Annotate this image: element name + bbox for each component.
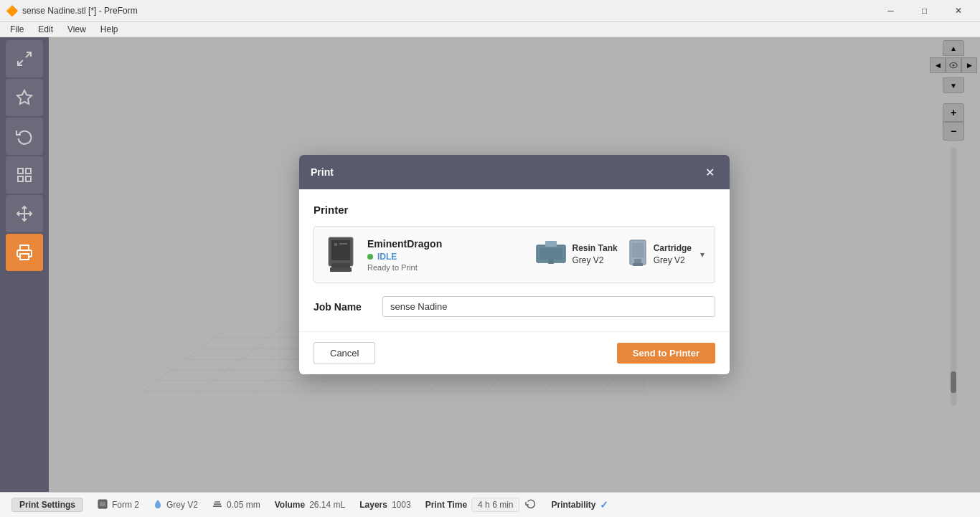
svg-rect-36 [334,243,337,246]
form-icon [98,498,108,512]
maximize-button[interactable]: □ [908,0,941,22]
material-icon [154,499,162,511]
svg-marker-2 [17,90,32,104]
material-value: Grey V2 [166,500,198,510]
svg-rect-4 [26,169,31,174]
left-toolbar [0,37,49,492]
svg-rect-43 [632,243,644,257]
layers-value: 1003 [392,500,411,510]
svg-rect-50 [215,501,220,503]
volume-section: Volume 26.14 mL [275,500,346,510]
cartridge-dropdown-arrow[interactable]: ▾ [700,250,705,260]
printability-label: Printability [551,500,595,510]
title-bar-left: 🔶 sense Nadine.stl [*] - PreForm [6,5,138,16]
form-section: Form 2 [98,498,139,512]
printability-section: Printability ✓ [551,499,608,511]
job-name-label: Job Name [314,301,371,313]
printer-status-row: IDLE [367,252,525,262]
refresh-print-time-button[interactable] [524,498,537,511]
layer-section: 0.05 mm [212,500,260,510]
volume-label: Volume [275,500,305,510]
resin-tank-label: Resin Tank [573,242,618,255]
layers-label: Layers [359,500,387,510]
resin-tank-sub: Grey V2 [573,255,604,265]
menu-view[interactable]: View [60,23,93,36]
svg-rect-9 [20,254,29,260]
toolbar-move-button[interactable] [6,195,43,232]
svg-rect-44 [634,259,641,263]
print-time-value: 4 h 6 min [471,498,519,512]
menu-bar: File Edit View Help [0,22,980,37]
print-time-section: Print Time 4 h 6 min [425,498,537,512]
svg-rect-48 [213,506,222,507]
svg-rect-35 [330,267,352,272]
layers-section: Layers 1003 [359,500,410,510]
job-name-input[interactable] [382,296,715,317]
svg-rect-49 [214,503,221,505]
layer-value: 0.05 mm [227,500,260,510]
printer-info: EminentDragon IDLE Ready to Print [367,238,525,272]
svg-rect-45 [633,263,643,266]
dialog-header: Print ✕ [299,155,730,189]
cartridge-sub: Grey V2 [654,255,685,265]
printer-section-title: Printer [314,204,715,216]
dialog-body: Printer [299,189,730,331]
toolbar-magic-button[interactable] [6,79,43,116]
job-name-row: Job Name [314,296,715,317]
main-layout: ▲ ◀ ▶ ▼ + − [0,37,980,492]
svg-rect-3 [18,169,23,174]
cartridge-icon [628,239,648,270]
printer-name: EminentDragon [367,238,525,250]
send-to-printer-button[interactable]: Send to Printer [617,343,715,364]
minimize-button[interactable]: ─ [875,0,907,22]
layer-icon [212,500,222,510]
printer-card: EminentDragon IDLE Ready to Print [314,226,715,283]
menu-help[interactable]: Help [93,23,126,36]
title-bar: 🔶 sense Nadine.stl [*] - PreForm ─ □ ✕ [0,0,980,22]
material-section: Grey V2 [154,499,198,511]
print-time-label: Print Time [425,500,467,510]
close-button[interactable]: ✕ [942,0,974,22]
svg-rect-5 [26,176,31,181]
resin-tank-detail: Resin Tank Grey V2 [535,239,618,270]
status-idle-text: IDLE [377,252,397,262]
volume-value: 26.14 mL [309,500,345,510]
form-value: Form 2 [112,500,139,510]
print-settings-tab[interactable]: Print Settings [11,498,83,512]
printer-icon [324,235,357,274]
svg-rect-37 [339,243,347,245]
dialog-close-button[interactable]: ✕ [701,163,718,181]
toolbar-rotate-button[interactable] [6,118,43,155]
printer-ready-text: Ready to Print [367,263,525,272]
window-title: sense Nadine.stl [*] - PreForm [22,6,138,16]
svg-rect-41 [548,260,554,264]
toolbar-expand-button[interactable] [6,40,43,77]
title-bar-controls: ─ □ ✕ [875,0,974,22]
toolbar-support-button[interactable] [6,156,43,194]
menu-file[interactable]: File [3,23,31,36]
cartridge-text: Cartridge Grey V2 [654,242,692,267]
printability-check-icon: ✓ [600,499,608,511]
cancel-button[interactable]: Cancel [314,342,375,364]
toolbar-print-button[interactable] [6,234,43,271]
print-dialog: Print ✕ Printer [299,155,730,374]
app-icon: 🔶 [6,5,18,16]
svg-rect-47 [100,502,105,506]
svg-rect-39 [540,248,562,260]
status-indicator [367,254,373,260]
dialog-overlay: Print ✕ Printer [49,37,980,492]
cartridge-label: Cartridge [654,242,692,255]
dialog-footer: Cancel Send to Printer [299,331,730,374]
menu-edit[interactable]: Edit [31,23,60,36]
resin-tank-icon [535,239,567,270]
svg-line-1 [18,60,23,65]
svg-rect-6 [18,176,23,181]
svg-line-0 [26,52,31,57]
status-bar: Print Settings Form 2 Grey V2 0.05 mm [0,492,980,517]
viewport[interactable]: ▲ ◀ ▶ ▼ + − [49,37,980,492]
cartridge-detail: Cartridge Grey V2 ▾ [628,239,705,270]
dialog-title: Print [311,166,334,178]
resin-tank-text: Resin Tank Grey V2 [573,242,618,267]
svg-rect-40 [545,241,557,247]
